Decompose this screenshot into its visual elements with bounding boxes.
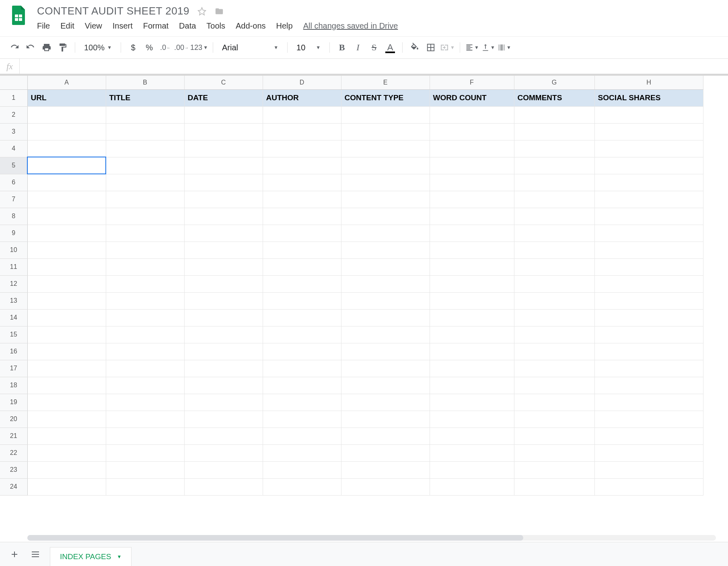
cell[interactable]	[514, 478, 594, 495]
row-header[interactable]: 9	[0, 225, 27, 242]
cell[interactable]	[27, 123, 106, 140]
cell[interactable]	[27, 326, 106, 343]
cell[interactable]	[263, 292, 341, 309]
cell[interactable]	[106, 140, 184, 157]
cell[interactable]	[430, 478, 514, 495]
cell[interactable]	[27, 444, 106, 461]
row-header[interactable]: 10	[0, 242, 27, 258]
cell[interactable]	[341, 478, 430, 495]
cell[interactable]	[27, 208, 106, 225]
cell[interactable]	[341, 140, 430, 157]
menu-format[interactable]: Format	[143, 21, 169, 31]
col-header[interactable]: D	[263, 76, 341, 89]
cell[interactable]	[341, 191, 430, 208]
cell[interactable]	[106, 157, 184, 174]
cell[interactable]: WORD COUNT	[430, 89, 514, 106]
star-icon[interactable]	[197, 7, 206, 16]
cell[interactable]	[106, 106, 184, 123]
row-header[interactable]: 16	[0, 343, 27, 360]
cell[interactable]	[341, 326, 430, 343]
cell[interactable]	[594, 478, 703, 495]
cell[interactable]	[184, 174, 263, 191]
cell[interactable]	[263, 478, 341, 495]
cell[interactable]	[514, 123, 594, 140]
cell[interactable]	[27, 191, 106, 208]
cell[interactable]	[27, 225, 106, 242]
cell[interactable]	[263, 242, 341, 258]
cell[interactable]	[263, 258, 341, 275]
fill-color-button[interactable]	[407, 40, 422, 55]
cell[interactable]	[184, 275, 263, 292]
cell[interactable]	[106, 377, 184, 394]
cell[interactable]	[27, 275, 106, 292]
cell[interactable]	[27, 242, 106, 258]
cell[interactable]	[594, 140, 703, 157]
cell[interactable]	[106, 242, 184, 258]
cell[interactable]	[106, 411, 184, 428]
cell[interactable]	[430, 360, 514, 377]
cell[interactable]	[27, 292, 106, 309]
row-header[interactable]: 20	[0, 411, 27, 428]
cell[interactable]	[514, 191, 594, 208]
cell[interactable]	[184, 444, 263, 461]
cell[interactable]	[184, 292, 263, 309]
cell[interactable]	[106, 394, 184, 411]
cell[interactable]	[594, 106, 703, 123]
cell[interactable]	[27, 106, 106, 123]
row-header[interactable]: 17	[0, 360, 27, 377]
cell[interactable]	[106, 258, 184, 275]
cell[interactable]	[27, 428, 106, 444]
row-header[interactable]: 2	[0, 106, 27, 123]
cell[interactable]	[594, 242, 703, 258]
cell[interactable]	[594, 275, 703, 292]
cell[interactable]	[184, 106, 263, 123]
cell[interactable]	[514, 174, 594, 191]
cell[interactable]	[263, 360, 341, 377]
cell[interactable]	[514, 292, 594, 309]
font-size-select[interactable]: 10▼	[292, 43, 325, 52]
format-percent-button[interactable]: %	[142, 40, 156, 55]
cell[interactable]	[184, 428, 263, 444]
cell[interactable]	[341, 157, 430, 174]
cell[interactable]	[263, 461, 341, 478]
cell[interactable]	[594, 411, 703, 428]
cell[interactable]	[430, 428, 514, 444]
row-header[interactable]: 8	[0, 208, 27, 225]
cell[interactable]	[106, 309, 184, 326]
cell[interactable]	[341, 106, 430, 123]
col-header[interactable]: C	[184, 76, 263, 89]
cell[interactable]	[27, 360, 106, 377]
cell[interactable]	[263, 428, 341, 444]
col-header[interactable]: E	[341, 76, 430, 89]
cell[interactable]	[514, 309, 594, 326]
cell[interactable]	[341, 444, 430, 461]
all-sheets-button[interactable]	[29, 548, 42, 561]
cell[interactable]	[263, 140, 341, 157]
cell[interactable]	[594, 428, 703, 444]
row-header[interactable]: 21	[0, 428, 27, 444]
cell[interactable]	[184, 258, 263, 275]
cell[interactable]	[341, 208, 430, 225]
col-header[interactable]: A	[27, 76, 106, 89]
row-header[interactable]: 14	[0, 309, 27, 326]
cell[interactable]	[594, 292, 703, 309]
print-icon[interactable]	[39, 40, 54, 55]
undo-icon[interactable]	[7, 40, 22, 55]
cell[interactable]: CONTENT TYPE	[341, 89, 430, 106]
col-header[interactable]: B	[106, 76, 184, 89]
cell[interactable]	[514, 157, 594, 174]
cell[interactable]	[594, 360, 703, 377]
cell[interactable]	[430, 225, 514, 242]
menu-insert[interactable]: Insert	[113, 21, 133, 31]
cell[interactable]	[106, 343, 184, 360]
cell[interactable]: SOCIAL SHARES	[594, 89, 703, 106]
cell[interactable]	[594, 394, 703, 411]
vertical-align-button[interactable]: ▼	[481, 40, 496, 55]
col-header[interactable]: G	[514, 76, 594, 89]
cell[interactable]	[514, 444, 594, 461]
cell[interactable]	[514, 326, 594, 343]
italic-button[interactable]: I	[351, 40, 365, 55]
cell[interactable]	[430, 326, 514, 343]
cell[interactable]	[27, 174, 106, 191]
cell[interactable]	[594, 225, 703, 242]
